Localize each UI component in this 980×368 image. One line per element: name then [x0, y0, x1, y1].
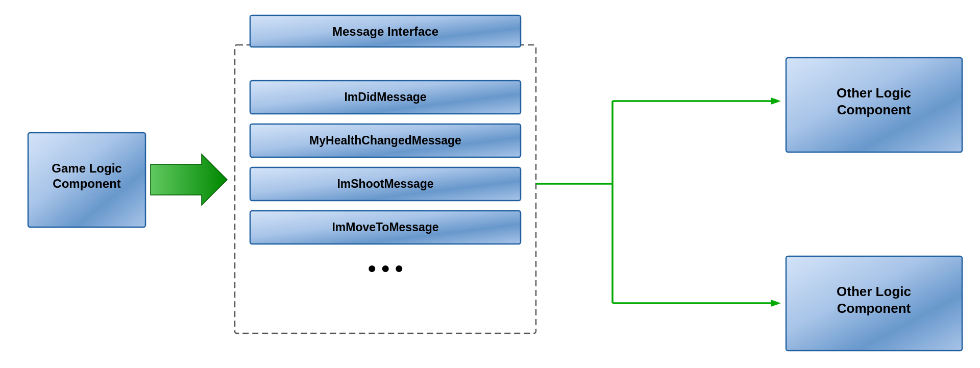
diagram-container: Game Logic Component Message Interface I… — [0, 0, 980, 368]
game-logic-rect — [28, 133, 145, 227]
dashed-container — [235, 45, 536, 333]
other-logic-top-rect — [786, 58, 962, 152]
im-move-to-message-rect — [250, 211, 521, 244]
im-shoot-message-rect — [250, 167, 521, 201]
other-logic-top-text-1: Other Logic — [837, 85, 911, 101]
diagram-svg: Game Logic Component Message Interface I… — [0, 0, 980, 368]
arrow-head-bottom — [771, 300, 781, 307]
im-did-message-rect — [250, 81, 521, 114]
my-health-changed-text: MyHealthChangedMessage — [309, 134, 461, 147]
game-logic-text-1: Game Logic — [52, 161, 121, 175]
my-health-changed-rect — [250, 124, 521, 157]
message-interface-text: Message Interface — [332, 24, 438, 38]
im-move-to-message-text: ImMoveToMessage — [332, 220, 438, 234]
message-interface-rect — [250, 15, 521, 47]
dots-text: ● ● ● — [367, 259, 403, 276]
other-logic-bottom-text-2: Component — [837, 301, 911, 316]
other-logic-top-text-2: Component — [837, 102, 911, 117]
im-shoot-message-text: ImShootMessage — [337, 177, 433, 190]
other-logic-bottom-rect — [786, 256, 962, 351]
arrow-head-top — [771, 97, 781, 105]
other-logic-bottom-text-1: Other Logic — [837, 284, 911, 299]
main-arrow — [151, 154, 227, 205]
im-did-message-text: ImDidMessage — [344, 90, 426, 104]
game-logic-text-2: Component — [53, 177, 120, 190]
